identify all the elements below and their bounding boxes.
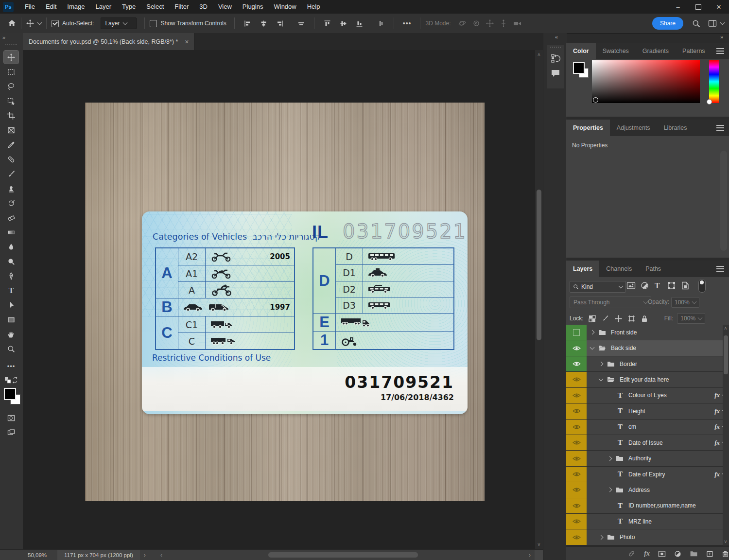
layer-row-height[interactable]: T Height fx xyxy=(566,403,729,419)
dodge-tool[interactable] xyxy=(4,255,18,268)
show-transform-checkbox[interactable] xyxy=(150,20,157,27)
menu-select[interactable]: Select xyxy=(141,0,169,14)
layer-row-date-of-issue[interactable]: T Date of Issue fx xyxy=(566,435,729,451)
foreground-background-swatches[interactable] xyxy=(4,388,20,405)
menu-help[interactable]: Help xyxy=(302,0,326,14)
new-group-icon[interactable] xyxy=(690,550,698,557)
edit-toolbar-icon[interactable]: ••• xyxy=(4,360,18,373)
properties-panel-menu-icon[interactable] xyxy=(716,127,724,128)
expand-icon[interactable] xyxy=(599,535,604,540)
zoom-tool[interactable] xyxy=(4,342,18,355)
panels-collapse-icon[interactable]: » xyxy=(720,34,723,40)
layer-row-date-of-expiry[interactable]: T Date of Expiry fx xyxy=(566,467,729,482)
crop-tool[interactable] xyxy=(4,109,18,122)
layer-row-colour-of-eyes[interactable]: T Colour of Eyes fx xyxy=(566,388,729,403)
rectangular-marquee-tool[interactable] xyxy=(4,65,18,78)
lock-all-icon[interactable] xyxy=(641,315,648,322)
layer-row-mrz-line[interactable]: T MRZ line xyxy=(566,514,729,529)
visibility-well[interactable] xyxy=(566,340,587,355)
path-selection-tool[interactable] xyxy=(4,298,18,312)
align-middle-icon[interactable] xyxy=(340,20,347,27)
share-button[interactable]: Share xyxy=(652,17,683,30)
close-tab-icon[interactable]: × xyxy=(185,38,189,46)
layers-scroll-down-icon[interactable]: ˅ xyxy=(724,539,727,544)
object-selection-tool[interactable] xyxy=(4,94,18,107)
restore-button[interactable] xyxy=(688,0,709,14)
tab-patterns[interactable]: Patterns xyxy=(676,43,712,59)
document-tab[interactable]: Documents for you.psd @ 50,1% (Back side… xyxy=(23,33,195,50)
eye-icon[interactable] xyxy=(573,393,581,398)
color-saturation-field[interactable] xyxy=(592,60,700,103)
visibility-well[interactable] xyxy=(566,372,587,387)
color-cursor[interactable] xyxy=(593,97,598,103)
align-center-h-icon[interactable] xyxy=(260,20,267,27)
eye-icon[interactable] xyxy=(573,456,581,461)
distribute-icon[interactable] xyxy=(377,20,384,27)
visibility-well[interactable] xyxy=(566,420,587,435)
filter-pixel-layers-icon[interactable] xyxy=(626,281,636,290)
filter-smart-objects-icon[interactable] xyxy=(681,281,689,290)
eye-icon[interactable] xyxy=(573,535,581,540)
document-vertical-scrollbar[interactable]: ˄ ˅ xyxy=(535,50,543,549)
visibility-well[interactable] xyxy=(566,388,587,403)
frame-tool[interactable] xyxy=(4,123,18,137)
type-tool[interactable]: T xyxy=(4,284,18,297)
visibility-well[interactable] xyxy=(566,498,587,513)
tab-swatches[interactable]: Swatches xyxy=(596,43,636,59)
layer-mask-icon[interactable] xyxy=(658,550,666,558)
visibility-well[interactable] xyxy=(566,325,587,340)
foreground-color-swatch[interactable] xyxy=(4,388,16,400)
eraser-tool[interactable] xyxy=(4,211,18,224)
filter-type-layers-icon[interactable]: T xyxy=(655,281,660,290)
layer-row-back-side[interactable]: Back side xyxy=(566,340,729,356)
layer-row-photo[interactable]: Photo xyxy=(566,529,729,545)
gradient-tool[interactable] xyxy=(4,226,18,239)
move-tool-preset[interactable] xyxy=(26,19,41,27)
layer-row-border[interactable]: Border xyxy=(566,356,729,372)
toolbar-grip[interactable] xyxy=(5,44,17,45)
eye-icon[interactable] xyxy=(573,346,581,351)
layer-row-authority[interactable]: Authority xyxy=(566,451,729,466)
visibility-well[interactable] xyxy=(566,529,587,544)
tab-layers[interactable]: Layers xyxy=(566,261,599,277)
layers-scroll-up-icon[interactable]: ˄ xyxy=(724,326,727,331)
status-chevron-icon[interactable]: › xyxy=(144,552,146,559)
eye-icon[interactable] xyxy=(573,519,581,524)
canvas-pasteboard[interactable]: Categories of Vehicles קטגוריות כלי הרכב… xyxy=(23,50,535,549)
search-icon[interactable] xyxy=(692,19,700,28)
delete-layer-icon[interactable] xyxy=(722,550,729,558)
expand-icon[interactable] xyxy=(608,488,612,492)
lock-pixels-icon[interactable] xyxy=(602,315,609,322)
layer-row-cm[interactable]: T cm fx xyxy=(566,420,729,435)
menu-3d[interactable]: 3D xyxy=(194,0,213,14)
tab-color[interactable]: Color xyxy=(566,43,596,59)
zoom-level[interactable]: 50,09% xyxy=(28,552,47,558)
spot-healing-brush-tool[interactable] xyxy=(4,153,18,166)
collapse-icon[interactable] xyxy=(599,377,604,382)
opacity-field[interactable]: 100% xyxy=(671,297,699,308)
tab-channels[interactable]: Channels xyxy=(599,261,639,277)
eye-icon[interactable] xyxy=(573,377,581,382)
history-panel-icon[interactable] xyxy=(551,53,560,63)
workspace-icon[interactable] xyxy=(708,19,717,27)
scroll-down-icon[interactable]: ˅ xyxy=(538,542,540,547)
fg-swatch[interactable] xyxy=(573,62,585,74)
expand-icon[interactable] xyxy=(599,362,604,367)
eyedropper-tool[interactable] xyxy=(4,138,18,151)
color-fg-bg-swatches[interactable] xyxy=(573,62,590,79)
eye-icon[interactable] xyxy=(573,503,581,508)
eye-icon[interactable] xyxy=(573,424,581,430)
hand-tool[interactable] xyxy=(4,328,18,341)
blend-mode-dropdown[interactable]: Pass Through xyxy=(570,297,651,308)
scroll-left-icon[interactable]: ‹ xyxy=(160,552,162,559)
menu-window[interactable]: Window xyxy=(268,0,301,14)
expand-icon[interactable] xyxy=(608,456,612,461)
layers-scroll-thumb[interactable] xyxy=(724,335,728,374)
properties-scroll-strip[interactable] xyxy=(720,151,727,251)
lock-position-icon[interactable] xyxy=(615,315,622,322)
align-right-icon[interactable] xyxy=(276,20,283,27)
layer-row-edit-your-data-here[interactable]: Edit your data here xyxy=(566,372,729,387)
layers-scrollbar[interactable]: ˄ ˅ xyxy=(723,325,729,545)
align-bottom-icon[interactable] xyxy=(356,20,363,27)
layer-row-address[interactable]: Address xyxy=(566,482,729,498)
